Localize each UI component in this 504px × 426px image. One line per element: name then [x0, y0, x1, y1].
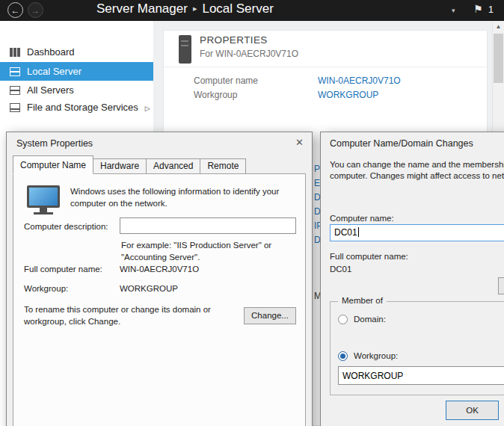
system-properties-dialog: System Properties ✕ Computer Name Hardwa…	[6, 132, 313, 426]
computer-name-domain-changes-dialog: Computer Name/Domain Changes You can cha…	[320, 132, 504, 426]
breadcrumb-separator-icon: ▸	[188, 4, 203, 13]
property-link-workgroup[interactable]: WORKGROUP	[318, 90, 378, 100]
tab-hardware[interactable]: Hardware	[93, 158, 147, 174]
intro-text: Windows uses the following information t…	[70, 186, 298, 209]
file-storage-icon	[10, 103, 20, 112]
dashboard-icon	[10, 48, 20, 57]
server-manager-window: ← → Server Manager▸Local Server ▾ ⚑ 1 Da…	[0, 0, 504, 426]
chevron-down-icon[interactable]: ▾	[452, 7, 455, 14]
dialog-title: System Properties	[16, 138, 93, 149]
sidebar-item-label: Dashboard	[27, 46, 75, 58]
more-button[interactable]	[498, 277, 504, 294]
panel-title: PROPERTIES	[200, 34, 268, 46]
domain-radio-label[interactable]: Domain:	[354, 314, 386, 326]
sidebar-item-local-server[interactable]: Local Server	[0, 62, 153, 81]
dialog-title: Computer Name/Domain Changes	[330, 138, 473, 149]
forward-button[interactable]: →	[28, 2, 43, 18]
full-computer-name-value: WIN-0AECRJ0V71O	[120, 264, 199, 276]
property-label: Computer name	[194, 75, 258, 86]
domain-radio[interactable]	[338, 315, 348, 324]
workgroup-input[interactable]: WORKGROUP	[338, 366, 504, 385]
panel-subtitle: For WIN-0AECRJ0V71O	[200, 49, 298, 59]
full-computer-name-label: Full computer name:	[330, 251, 408, 263]
notification-flag-icon[interactable]: ⚑	[473, 3, 483, 15]
member-of-group: Member of Domain: Workgroup: WORKGROUP	[330, 301, 504, 395]
breadcrumb-current[interactable]: Local Server	[202, 1, 273, 16]
member-of-label: Member of	[338, 296, 387, 305]
back-arrow-icon: ←	[11, 5, 20, 16]
servers-icon	[10, 86, 20, 95]
scroll-up-icon[interactable]: ▲	[493, 23, 504, 30]
sidebar-item-label: All Servers	[27, 84, 74, 96]
workgroup-label: Workgroup:	[24, 283, 68, 295]
close-icon[interactable]: ✕	[295, 137, 304, 148]
sidebar-item-label: File and Storage Services	[27, 102, 138, 113]
computer-name-input[interactable]: DC01	[330, 224, 504, 241]
description-example-text: For example: "IIS Production Server" or …	[121, 240, 299, 263]
computer-description-input[interactable]	[120, 217, 296, 234]
scrollbar-thumb[interactable]	[494, 34, 503, 83]
rename-hint-text: To rename this computer or change its do…	[24, 304, 232, 327]
intro-line-1: You can change the name and the membersh…	[330, 159, 504, 171]
tab-advanced[interactable]: Advanced	[146, 158, 200, 174]
expand-chevron-icon[interactable]: ▷	[145, 105, 150, 112]
titlebar: ← → Server Manager▸Local Server ▾ ⚑ 1	[0, 0, 504, 21]
text-cursor	[358, 227, 359, 237]
computer-name-tab-page: Windows uses the following information t…	[13, 173, 306, 426]
tab-computer-name[interactable]: Computer Name	[13, 155, 93, 174]
tab-remote[interactable]: Remote	[200, 158, 246, 174]
notification-count: 1	[488, 4, 494, 15]
sidebar-item-label: Local Server	[27, 66, 82, 77]
workgroup-radio-label[interactable]: Workgroup:	[354, 351, 398, 362]
full-computer-name-value: DC01	[330, 264, 351, 276]
divider	[164, 67, 487, 67]
back-button[interactable]: ←	[7, 2, 23, 18]
workgroup-value: WORKGROUP	[120, 283, 178, 295]
ok-button[interactable]: OK	[446, 401, 499, 420]
server-tile-icon	[179, 35, 191, 64]
breadcrumb: Server Manager▸Local Server	[96, 1, 274, 16]
sidebar-item-all-servers[interactable]: All Servers	[0, 81, 153, 99]
intro-line-2: computer. Changes might affect access to…	[330, 170, 504, 182]
computer-name-label: Computer name:	[330, 213, 394, 225]
sidebar-item-file-storage-services[interactable]: File and Storage Services▷	[0, 99, 153, 117]
change-button[interactable]: Change...	[244, 307, 296, 324]
forward-arrow-icon: →	[31, 5, 40, 16]
server-icon	[10, 67, 20, 76]
breadcrumb-root[interactable]: Server Manager	[96, 1, 188, 16]
tab-strip: Computer Name Hardware Advanced Remote	[13, 155, 245, 174]
property-label: Workgroup	[194, 90, 237, 100]
workgroup-radio[interactable]	[338, 351, 348, 361]
full-computer-name-label: Full computer name:	[24, 264, 102, 276]
property-link-computer-name[interactable]: WIN-0AECRJ0V71O	[318, 75, 401, 86]
computer-description-label: Computer description:	[24, 221, 108, 233]
sidebar-item-dashboard[interactable]: Dashboard	[0, 43, 153, 61]
computer-monitor-icon	[27, 185, 63, 217]
